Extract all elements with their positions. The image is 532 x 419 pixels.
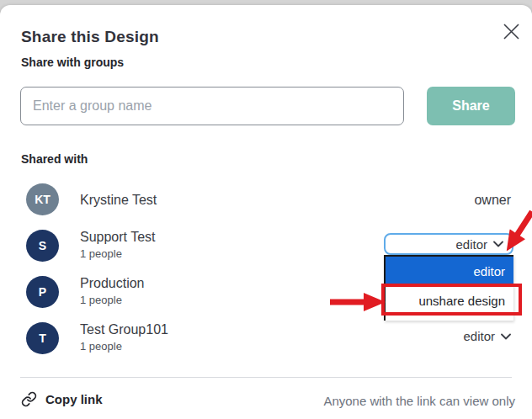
copy-link-button[interactable]: Copy link <box>21 391 103 407</box>
chevron-down-icon <box>493 241 503 247</box>
avatar: S <box>26 230 59 262</box>
member-name: Support Test <box>80 230 156 245</box>
chevron-down-icon <box>501 333 511 340</box>
avatar: KT <box>26 183 59 215</box>
menu-item-editor[interactable]: editor <box>386 257 513 286</box>
menu-item-unshare-design[interactable]: unshare design <box>386 286 513 316</box>
role-dropdown-menu: editor unshare design <box>384 255 513 321</box>
avatar: P <box>26 276 59 308</box>
shared-with-label: Shared with <box>21 152 88 166</box>
share-button[interactable]: Share <box>427 87 515 125</box>
role-dropdown-value: editor <box>455 237 487 252</box>
member-name: Production <box>80 276 145 291</box>
share-dialog: Share this Design Share with groups Shar… <box>0 5 532 419</box>
avatar: T <box>26 322 59 354</box>
role-dropdown-testgroup101[interactable]: editor <box>463 329 511 343</box>
dialog-title: Share this Design <box>21 28 159 46</box>
close-icon <box>503 23 520 40</box>
share-with-groups-label: Share with groups <box>21 56 124 69</box>
member-name: Test Group101 <box>80 322 168 337</box>
member-count: 1 people <box>80 294 122 306</box>
member-count: 1 people <box>80 247 122 260</box>
annotation-arrow-icon <box>330 293 386 311</box>
footer-divider <box>20 377 512 378</box>
role-dropdown-value: editor <box>463 329 495 343</box>
link-permission-note: Anyone with the link can view only <box>323 394 515 408</box>
role-dropdown-supporttest[interactable]: editor <box>384 233 513 255</box>
member-count: 1 people <box>80 340 122 353</box>
copy-link-label: Copy link <box>45 392 103 406</box>
close-button[interactable] <box>498 19 524 44</box>
group-name-input[interactable] <box>20 87 404 125</box>
member-name: Krystine Test <box>80 193 157 208</box>
link-icon <box>21 391 37 407</box>
member-role-owner: owner <box>474 193 511 208</box>
